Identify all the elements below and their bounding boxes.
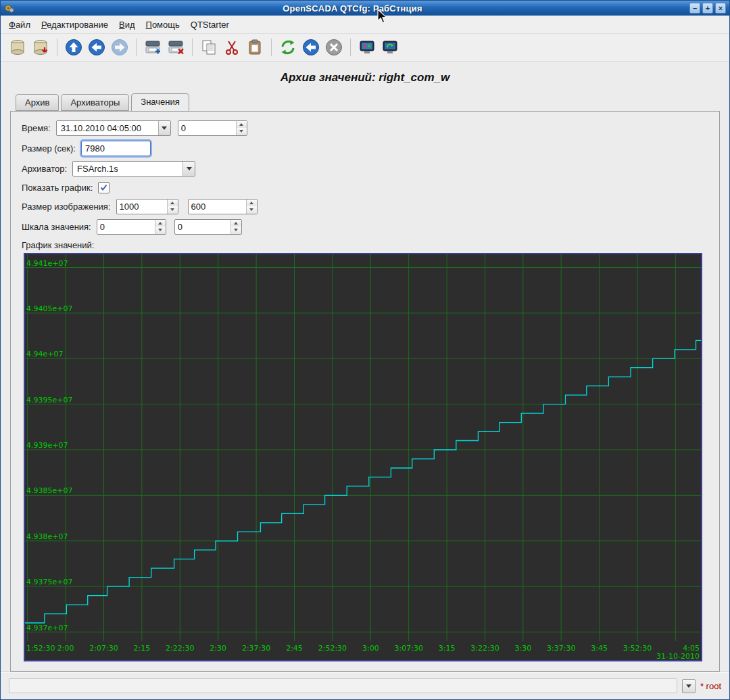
scale-from-down-button[interactable] [155,227,166,234]
user-combo-button[interactable] [682,679,696,693]
menu-view[interactable]: Вид [114,17,141,32]
svg-text:3:52:30: 3:52:30 [623,644,652,653]
size-label: Размер (сек): [22,143,76,154]
svg-text:4.937e+07: 4.937e+07 [26,624,68,632]
value-scale-label: Шкала значения: [22,222,91,232]
archiver-combo-value: FSArch.1s [73,162,182,176]
value-graph: 4.941e+074.9405e+074.94e+074.9395e+074.9… [24,253,702,661]
time-usec-down-button[interactable] [237,128,247,135]
time-combo[interactable]: 31.10.2010 04:05:00 [56,120,171,136]
svg-text:3:37:30: 3:37:30 [547,644,575,653]
time-combo-arrow[interactable] [158,121,170,135]
toolbar-separator [57,39,57,56]
image-size-row: Размер изображения: [22,198,708,214]
back-icon [88,39,105,56]
tab-archivers[interactable]: Архиваторы [61,94,129,111]
svg-text:1:52:30: 1:52:30 [26,644,55,653]
time-usec-up-button[interactable] [237,121,247,129]
scale-to-spinbox[interactable] [174,219,242,235]
add-item-button[interactable] [141,36,164,59]
load-db-button[interactable] [6,36,29,59]
save-db-button[interactable] [29,36,52,59]
heading-row: Архив значений: right_com_w [1,62,729,94]
image-height-down-button[interactable] [247,206,257,214]
title-bar[interactable]: OpenSCADA QTCfg: РабСтнция – + × [1,1,729,16]
refresh-button[interactable] [276,36,299,59]
chevron-up-icon [158,222,162,225]
svg-text:4.941e+07: 4.941e+07 [26,259,68,268]
chevron-down-icon [686,684,691,688]
image-width-input[interactable] [117,200,167,214]
archiver-label: Архиватор: [22,164,67,174]
cut-button[interactable] [220,36,243,59]
show-graph-row: Показать график: [22,181,708,194]
current-user: * root [700,681,721,691]
load-db-icon [9,39,26,56]
maximize-button[interactable]: + [702,3,713,14]
scale-to-down-button[interactable] [231,227,241,234]
stop-update-icon [325,39,343,56]
paste-button[interactable] [243,36,266,59]
refresh-icon [279,39,297,56]
qtstarter-run-button[interactable] [356,36,379,59]
menu-help[interactable]: Помощь [141,17,185,32]
svg-text:3:15: 3:15 [439,644,456,653]
delete-item-button[interactable] [164,36,187,59]
copy-button[interactable] [197,36,220,59]
scale-from-input[interactable] [97,220,155,234]
chevron-down-icon [170,208,174,211]
menu-qtstarter[interactable]: QTStarter [185,17,235,32]
svg-text:4.9395e+07: 4.9395e+07 [26,396,72,404]
archiver-row: Архиватор: FSArch.1s [22,160,708,177]
image-height-spinbox[interactable] [188,199,258,214]
minimize-button[interactable]: – [689,3,700,14]
svg-text:4.939e+07: 4.939e+07 [26,441,68,450]
up-button[interactable] [62,36,85,59]
svg-text:3:22:30: 3:22:30 [470,644,499,653]
archiver-combo-arrow[interactable] [182,162,195,176]
tab-bar: Архив Архиваторы Значения [16,94,729,111]
qtstarter-config-button[interactable] [379,36,402,59]
time-usec-input[interactable] [178,121,236,135]
scale-from-up-button[interactable] [155,220,166,227]
qtstarter-config-icon [381,39,399,56]
show-graph-checkbox[interactable] [98,182,110,193]
forward-button[interactable] [108,36,131,59]
graph-label-row: График значений: [22,239,708,251]
size-input[interactable] [81,141,151,156]
time-combo-value: 31.10.2010 04:05:00 [57,121,158,135]
archiver-combo[interactable]: FSArch.1s [72,161,195,177]
svg-text:2:30: 2:30 [210,644,226,653]
back-button[interactable] [85,36,108,59]
paste-icon [246,39,264,56]
time-usec-spinbox[interactable] [178,120,247,136]
image-height-input[interactable] [189,200,246,214]
tab-values[interactable]: Значения [131,93,189,112]
chevron-down-icon [162,126,167,130]
status-message [9,678,677,693]
scale-from-spinbox[interactable] [97,219,166,235]
start-update-button[interactable] [299,36,322,59]
close-button[interactable]: × [715,3,726,14]
svg-text:4.9405e+07: 4.9405e+07 [26,304,72,313]
tab-archive[interactable]: Архив [16,94,59,111]
qtstarter-run-icon [358,39,376,56]
image-height-up-button[interactable] [247,200,257,207]
image-width-spinbox[interactable] [116,199,178,214]
chevron-down-icon [234,229,238,231]
up-icon [65,39,82,56]
scale-to-input[interactable] [175,220,230,234]
show-graph-label: Показать график: [22,183,93,193]
window-title: OpenSCADA QTCfg: РабСтнция [18,3,687,14]
svg-text:2:00: 2:00 [57,644,74,653]
menu-bar: Файл Редактирование Вид Помощь QTStarter [1,16,729,34]
image-width-up-button[interactable] [168,200,178,207]
menu-file[interactable]: Файл [3,17,36,32]
image-width-down-button[interactable] [168,206,178,214]
scale-to-up-button[interactable] [231,220,241,227]
svg-text:2:15: 2:15 [134,644,151,653]
menu-edit[interactable]: Редактирование [36,17,114,32]
value-scale-row: Шкала значения: [22,218,708,235]
svg-text:3:00: 3:00 [362,644,379,653]
stop-update-button[interactable] [322,36,345,59]
